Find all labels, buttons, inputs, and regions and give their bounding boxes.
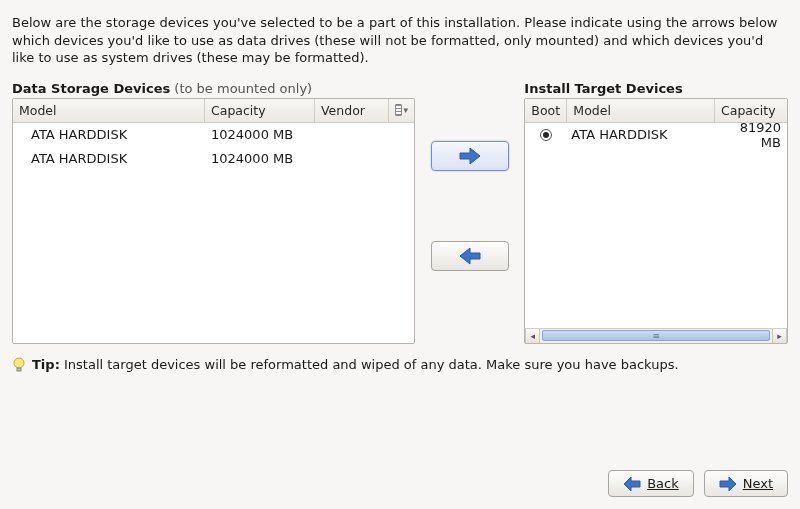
next-button[interactable]: Next	[704, 470, 788, 497]
move-right-button[interactable]	[431, 141, 509, 171]
radio-icon	[540, 129, 552, 141]
install-target-title-bold: Install Target Devices	[524, 81, 682, 96]
cell-capacity: 81920 MB	[715, 123, 787, 150]
col-config-button[interactable]: ▾	[389, 99, 414, 122]
install-target-table: Boot Model Capacity ATA HARDDISK 81920 M…	[524, 98, 788, 344]
data-storage-title-bold: Data Storage Devices	[12, 81, 170, 96]
svg-rect-1	[17, 368, 21, 371]
back-button-label: Back	[647, 476, 679, 491]
data-storage-table: Model Capacity Vendor ▾ ATA HARDDISK 102…	[12, 98, 415, 344]
cell-model: ATA HARDDISK	[567, 127, 715, 142]
back-button[interactable]: Back	[608, 470, 694, 497]
arrow-right-icon	[458, 145, 482, 167]
install-target-title: Install Target Devices	[524, 81, 788, 96]
table-row[interactable]: ATA HARDDISK 1024000 MB	[13, 147, 414, 171]
arrow-left-icon	[623, 477, 641, 491]
data-storage-title: Data Storage Devices (to be mounted only…	[12, 81, 415, 96]
tip-row: Tip: Install target devices will be refo…	[12, 356, 788, 374]
cell-capacity: 1024000 MB	[205, 151, 315, 166]
move-left-button[interactable]	[431, 241, 509, 271]
col-header-model[interactable]: Model	[567, 99, 715, 122]
cell-capacity: 1024000 MB	[205, 127, 315, 142]
transfer-buttons	[415, 81, 524, 344]
horizontal-scrollbar[interactable]: ◂ ▸	[525, 328, 787, 343]
arrow-right-icon	[719, 477, 737, 491]
data-storage-panel: Data Storage Devices (to be mounted only…	[12, 81, 415, 344]
tip-label: Tip:	[32, 357, 60, 372]
lightbulb-icon	[12, 357, 26, 373]
col-header-capacity[interactable]: Capacity	[205, 99, 315, 122]
scrollbar-thumb[interactable]	[542, 330, 770, 341]
intro-text: Below are the storage devices you've sel…	[12, 14, 788, 67]
cell-model: ATA HARDDISK	[13, 127, 205, 142]
columns-icon	[395, 104, 402, 116]
next-button-label: Next	[743, 476, 773, 491]
col-header-model[interactable]: Model	[13, 99, 205, 122]
install-target-rows: ATA HARDDISK 81920 MB	[525, 123, 787, 328]
col-header-vendor[interactable]: Vendor	[315, 99, 389, 122]
install-target-panel: Install Target Devices Boot Model Capaci…	[524, 81, 788, 344]
cell-model: ATA HARDDISK	[13, 151, 205, 166]
data-storage-table-header: Model Capacity Vendor ▾	[13, 99, 414, 123]
scrollbar-track[interactable]	[540, 329, 772, 343]
cell-boot-radio[interactable]	[525, 129, 567, 141]
scroll-right-button[interactable]: ▸	[772, 329, 787, 343]
data-storage-rows: ATA HARDDISK 1024000 MB ATA HARDDISK 102…	[13, 123, 414, 171]
svg-point-0	[14, 358, 24, 368]
col-header-capacity[interactable]: Capacity	[715, 99, 787, 122]
scroll-left-button[interactable]: ◂	[525, 329, 540, 343]
col-header-boot[interactable]: Boot	[525, 99, 567, 122]
tip-text-wrap: Tip: Install target devices will be refo…	[32, 356, 679, 374]
tip-text: Install target devices will be reformatt…	[64, 357, 679, 372]
data-storage-subtitle: (to be mounted only)	[174, 81, 312, 96]
arrow-left-icon	[458, 245, 482, 267]
chevron-down-icon: ▾	[403, 105, 408, 115]
table-row[interactable]: ATA HARDDISK 81920 MB	[525, 123, 787, 147]
table-row[interactable]: ATA HARDDISK 1024000 MB	[13, 123, 414, 147]
nav-bar: Back Next	[608, 470, 788, 497]
install-target-table-header: Boot Model Capacity	[525, 99, 787, 123]
